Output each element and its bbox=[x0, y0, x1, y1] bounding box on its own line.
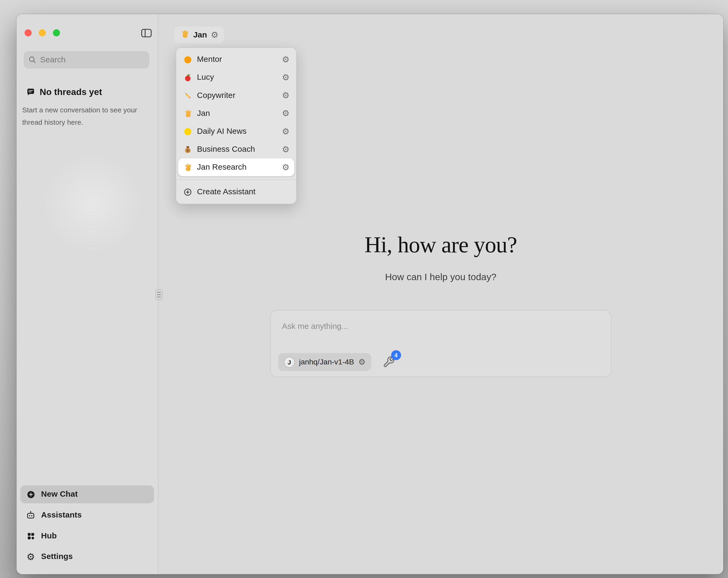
hub-icon bbox=[26, 531, 35, 541]
sidebar-item-label: New Chat bbox=[41, 490, 78, 499]
assistant-menu-item-label: Business Coach bbox=[197, 145, 277, 154]
model-selector-button[interactable]: J janhq/Jan-v1-4B ⚙ bbox=[278, 353, 371, 371]
minimize-button[interactable] bbox=[39, 29, 46, 36]
gear-icon[interactable]: ⚙ bbox=[282, 55, 289, 64]
sidebar-item-new-chat[interactable]: New Chat bbox=[20, 485, 154, 503]
gear-icon[interactable]: ⚙ bbox=[282, 91, 289, 100]
sidebar-nav: New Chat Assistants bbox=[20, 485, 154, 566]
gear-icon[interactable]: ⚙ bbox=[211, 31, 218, 39]
tools-button[interactable]: 4 bbox=[383, 356, 395, 368]
gear-icon[interactable]: ⚙ bbox=[282, 127, 289, 136]
sidebar-item-label: Hub bbox=[41, 531, 57, 541]
yellow-circle-icon bbox=[183, 127, 192, 136]
plus-circle-icon bbox=[26, 490, 35, 499]
assistant-menu-item-business-coach[interactable]: $ Business Coach ⚙ bbox=[178, 141, 294, 158]
waving-hand-icon bbox=[180, 29, 189, 41]
sidebar-toggle-icon[interactable] bbox=[141, 28, 152, 38]
sidebar-item-assistants[interactable]: Assistants bbox=[20, 506, 154, 524]
decorative-glow bbox=[43, 154, 142, 253]
assistant-menu-item-daily-ai-news[interactable]: Daily AI News ⚙ bbox=[178, 122, 294, 140]
assistant-menu-item-label: Jan Research bbox=[197, 163, 277, 172]
waving-hand-icon bbox=[183, 163, 192, 172]
search-box bbox=[24, 51, 149, 69]
money-bag-icon: $ bbox=[183, 145, 192, 154]
sidebar-item-label: Assistants bbox=[41, 510, 82, 520]
waving-hand-icon bbox=[183, 109, 192, 118]
desktop: No threads yet Start a new conversation … bbox=[0, 0, 728, 578]
close-button[interactable] bbox=[25, 29, 31, 36]
zoom-button[interactable] bbox=[53, 29, 60, 36]
assistant-menu-item-lucy[interactable]: Lucy ⚙ bbox=[178, 69, 294, 86]
chat-input[interactable] bbox=[282, 322, 600, 331]
window-controls bbox=[25, 29, 60, 36]
assistant-menu-item-mentor[interactable]: Mentor ⚙ bbox=[178, 51, 294, 69]
empty-state-title-text: No threads yet bbox=[40, 87, 102, 97]
app-window: No threads yet Start a new conversation … bbox=[17, 14, 723, 574]
sidebar-item-hub[interactable]: Hub bbox=[20, 527, 154, 545]
main-pane: Jan ⚙ Mentor ⚙ bbox=[158, 14, 724, 574]
assistant-menu-item-label: Lucy bbox=[197, 73, 277, 82]
greeting-subtitle: How can I help you today? bbox=[158, 272, 724, 283]
assistant-menu-item-label: Jan bbox=[197, 109, 277, 118]
sidebar-item-settings[interactable]: ⚙ Settings bbox=[20, 548, 154, 566]
model-name: janhq/Jan-v1-4B bbox=[299, 358, 354, 366]
menu-separator bbox=[176, 180, 296, 180]
assistant-menu: Mentor ⚙ Lucy ⚙ bbox=[176, 47, 297, 204]
gear-icon[interactable]: ⚙ bbox=[358, 358, 365, 366]
apple-icon bbox=[183, 73, 192, 82]
empty-state-description: Start a new conversation to see your thr… bbox=[22, 104, 141, 129]
plus-circle-outline-icon bbox=[183, 187, 192, 196]
empty-state-title: No threads yet bbox=[26, 87, 102, 97]
gear-icon[interactable]: ⚙ bbox=[282, 145, 289, 154]
assistant-menu-item-label: Mentor bbox=[197, 55, 277, 64]
pencil-icon bbox=[183, 91, 192, 100]
create-assistant-button[interactable]: Create Assistant bbox=[178, 183, 294, 201]
search-icon bbox=[28, 56, 36, 64]
assistant-menu-item-jan-research[interactable]: Jan Research ⚙ bbox=[178, 158, 294, 176]
search-input[interactable] bbox=[40, 55, 145, 65]
model-avatar: J bbox=[284, 357, 295, 368]
greeting-title: Hi, how are you? bbox=[158, 231, 724, 257]
assistant-menu-item-copywriter[interactable]: Copywriter ⚙ bbox=[178, 86, 294, 104]
chat-bubble-icon bbox=[26, 87, 35, 97]
sidebar: No threads yet Start a new conversation … bbox=[17, 14, 158, 574]
gear-icon: ⚙ bbox=[26, 552, 35, 561]
tools-count-badge: 4 bbox=[391, 350, 401, 360]
chat-input-card: J janhq/Jan-v1-4B ⚙ 4 bbox=[270, 310, 612, 377]
current-assistant-name: Jan bbox=[193, 30, 207, 40]
gear-icon[interactable]: ⚙ bbox=[282, 73, 289, 82]
orange-circle-icon bbox=[183, 55, 192, 64]
gear-icon[interactable]: ⚙ bbox=[282, 109, 289, 118]
assistant-menu-item-label: Copywriter bbox=[197, 91, 277, 100]
assistants-icon bbox=[26, 510, 35, 520]
chat-input-toolbar: J janhq/Jan-v1-4B ⚙ 4 bbox=[278, 353, 395, 371]
sidebar-item-label: Settings bbox=[41, 552, 73, 561]
gear-icon[interactable]: ⚙ bbox=[282, 163, 289, 172]
svg-text:$: $ bbox=[186, 148, 189, 152]
create-assistant-label: Create Assistant bbox=[197, 187, 289, 196]
assistant-menu-item-jan[interactable]: Jan ⚙ bbox=[178, 104, 294, 122]
assistant-menu-item-label: Daily AI News bbox=[197, 127, 277, 136]
assistant-selector-button[interactable]: Jan ⚙ bbox=[175, 26, 224, 44]
